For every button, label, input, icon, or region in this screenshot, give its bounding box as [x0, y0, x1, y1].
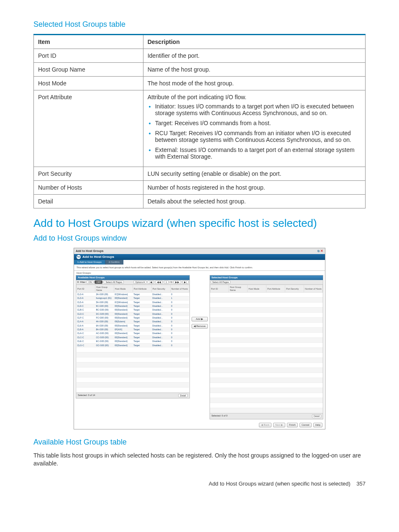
- available-detail-button[interactable]: Detail: [178, 394, 187, 398]
- available-table[interactable]: Port IDHost Group NameHost ModePort Attr…: [76, 285, 189, 393]
- wizard-band-title: Add to Host Groups: [82, 255, 114, 259]
- cell: 0C[Windows]: [114, 293, 133, 296]
- step-2[interactable]: 2.Confirm: [105, 260, 123, 265]
- col-header[interactable]: Port ID: [210, 285, 229, 293]
- cell: Disabled...: [151, 320, 170, 324]
- cell: CL9-C: [77, 304, 95, 308]
- table-row[interactable]: CL3-Ahostgroup1 (01)00[Standard]TargetDi…: [77, 296, 189, 300]
- cell: CLB-C: [77, 308, 95, 312]
- cell: 0: [170, 324, 189, 327]
- cell: 0: [170, 293, 189, 296]
- cell: Target: [133, 304, 151, 308]
- cell: CLC-C: [77, 335, 95, 339]
- page-prev-button[interactable]: ◀◀: [155, 280, 163, 284]
- select-all-pages-button[interactable]: Select All Pages: [104, 280, 124, 284]
- add-button[interactable]: Add ▶: [192, 317, 208, 321]
- col-header[interactable]: Host Group Name: [229, 285, 248, 293]
- empty-row: [210, 308, 323, 313]
- item-cell: Port Security: [34, 167, 143, 181]
- filter-off[interactable]: OFF: [95, 280, 102, 284]
- page-last-button[interactable]: ▶|: [182, 280, 188, 284]
- table-row[interactable]: CLC-CCC-G00 (00)00[Standard]TargetDisabl…: [77, 335, 189, 339]
- empty-row: [77, 372, 189, 377]
- table-row[interactable]: CLB-CBC-G00 (00)00[Standard]TargetDisabl…: [77, 308, 189, 312]
- selected-table[interactable]: Port IDHost Group NameHost ModePort Attr…: [210, 285, 323, 413]
- table-row[interactable]: CLF-CFC-G00 (00)00[Standard]TargetDisabl…: [77, 316, 189, 320]
- finish-button[interactable]: Finish: [287, 423, 298, 427]
- cell: Disabled...: [151, 312, 170, 316]
- table-row[interactable]: CLE-CEC-G00 (00)00[Standard]TargetDisabl…: [77, 339, 189, 343]
- select-all-pages-right-button[interactable]: Select All Pages: [211, 280, 231, 284]
- cell: CLF-C: [77, 316, 95, 320]
- available-panel-title: Available Host Groups: [76, 275, 189, 280]
- empty-row: [210, 353, 323, 358]
- table-row[interactable]: CLG-CGC-G00 (00)00[Standard]TargetDisabl…: [77, 343, 189, 347]
- col-header[interactable]: Port Attribute: [133, 285, 151, 293]
- window-restore-icon[interactable]: ⧉: [317, 249, 320, 252]
- step-1[interactable]: 1.Add to Host Groups: [74, 260, 105, 265]
- desc-cell: Identifier of the port.: [143, 49, 365, 63]
- empty-row: [210, 373, 323, 378]
- page-next-button[interactable]: ▶▶: [174, 280, 181, 284]
- window-heading: Add to Host Groups window: [33, 234, 366, 243]
- cell: Target: [133, 335, 151, 339]
- table-row[interactable]: CLD-CDC-G00 (00)00[Standard]TargetDisabl…: [77, 312, 189, 316]
- cell: Disabled...: [151, 324, 170, 327]
- available-table-heading: Available Host Groups table: [33, 438, 366, 447]
- cell: 00[Standard]: [114, 324, 133, 327]
- cell: 00[Standard]: [114, 304, 133, 308]
- cell: 0: [170, 312, 189, 316]
- table-row[interactable]: CL8-A8A-G00 (00)0F[AIX]TargetDisabled...…: [77, 328, 189, 332]
- available-toolbar: ✳ Filter ON OFF Select All Pages Options…: [76, 280, 189, 285]
- col-header[interactable]: Host Mode: [248, 285, 266, 293]
- cancel-button[interactable]: Cancel: [299, 423, 312, 427]
- empty-row: [210, 338, 323, 343]
- empty-row: [210, 328, 323, 333]
- cell: 00[Standard]: [114, 343, 133, 347]
- col-header[interactable]: Port Security: [285, 285, 304, 293]
- cell: FC-G00 (00): [95, 316, 114, 320]
- next-button[interactable]: Next ▶: [273, 423, 285, 427]
- col-header[interactable]: Port Attribute: [266, 285, 285, 293]
- item-cell: Detail: [34, 195, 143, 208]
- section-heading: Selected Host Groups table: [33, 20, 366, 29]
- table-row[interactable]: CLA-CAC-G00 (00)00[Standard]TargetDisabl…: [77, 332, 189, 335]
- desc-cell: LUN security setting (enable or disable)…: [143, 167, 365, 181]
- help-button[interactable]: Help: [313, 423, 322, 427]
- options-button[interactable]: Options ▾: [133, 280, 146, 284]
- back-button[interactable]: ◀ Back: [259, 423, 271, 427]
- col-header[interactable]: Port Security: [151, 285, 170, 293]
- empty-row: [210, 298, 323, 303]
- col-header[interactable]: Host Mode: [114, 285, 133, 293]
- cell: 00[Standard]: [114, 339, 133, 343]
- cell: 0: [170, 343, 189, 347]
- col-header[interactable]: Port ID: [77, 285, 95, 293]
- table-row[interactable]: CL9-C9C-G00 (00)00[Standard]TargetDisabl…: [77, 304, 189, 308]
- col-header[interactable]: Number of Hosts: [304, 285, 323, 293]
- selected-detail-button[interactable]: Detail: [312, 414, 321, 418]
- desc-cell: Attribute of the port indicating I/O flo…: [143, 90, 365, 167]
- filter-on[interactable]: ON: [87, 280, 93, 284]
- cell: CL4-A: [77, 320, 95, 324]
- cell: 0: [170, 339, 189, 343]
- cell: 1: [170, 296, 189, 300]
- empty-row: [210, 343, 323, 348]
- col-header[interactable]: Host Group Name: [95, 285, 114, 293]
- cell: 0F[AIX]: [114, 328, 133, 332]
- page-first-button[interactable]: |◀: [148, 280, 153, 284]
- table-row[interactable]: CL6-A6A-G00 (00)00[Standard]TargetDisabl…: [77, 324, 189, 327]
- remove-button[interactable]: ◀ Remove: [192, 324, 208, 329]
- col-header[interactable]: Number of Hosts: [170, 285, 189, 293]
- cell: 00[Standard]: [114, 312, 133, 316]
- table-row[interactable]: CL4-A4A-G00 (00)09[Solaris]TargetDisable…: [77, 320, 189, 324]
- cell: 4A-G00 (00): [95, 320, 114, 324]
- page-number: 357: [356, 481, 366, 487]
- close-icon[interactable]: ✕: [320, 249, 323, 253]
- table-row[interactable]: CL5-A5A-G00 (00)0C[Windows]TargetDisable…: [77, 300, 189, 304]
- cell: 8A-G00 (00): [95, 328, 114, 332]
- cell: CC-G00 (00): [95, 335, 114, 339]
- wizard-footer: ◀ Back Next ▶ Finish Cancel Help: [74, 421, 325, 429]
- table-row[interactable]: CL3-A3A-G00 (00)0C[Windows]TargetDisable…: [77, 293, 189, 296]
- cell: Target: [133, 308, 151, 312]
- filter-star-icon[interactable]: ✳: [77, 281, 79, 284]
